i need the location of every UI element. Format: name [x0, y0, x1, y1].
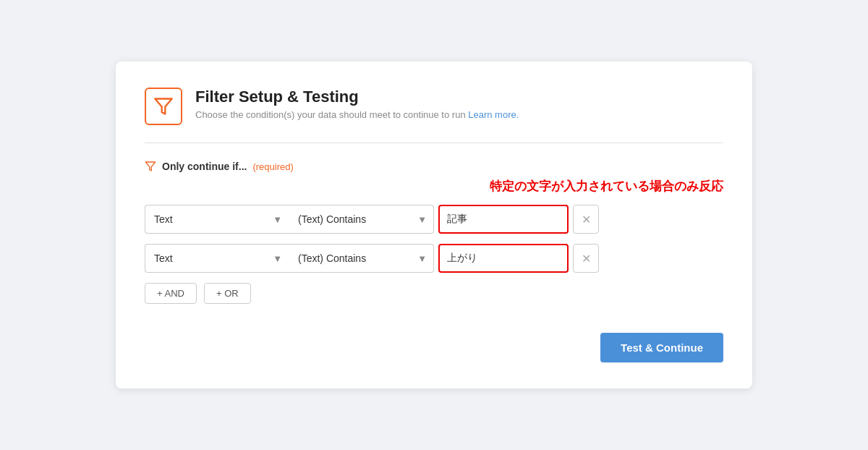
add-buttons-row: + AND + OR — [145, 283, 723, 304]
filter-row-1: Text Number Date ▼ (Text) Contains (Text… — [145, 205, 723, 234]
annotation-text: 特定の文字が入力されている場合のみ反応 — [145, 178, 723, 195]
field-select-2[interactable]: Text Number Date — [145, 244, 289, 273]
filter-icon — [153, 96, 174, 116]
svg-marker-0 — [155, 99, 171, 114]
filter-card: Filter Setup & Testing Choose the condit… — [116, 61, 752, 389]
add-or-button[interactable]: + OR — [204, 283, 251, 304]
delete-row-1-button[interactable]: ✕ — [573, 205, 599, 234]
condition-select-wrapper-1: (Text) Contains (Text) Does not Contain … — [289, 205, 434, 234]
add-and-button[interactable]: + AND — [145, 283, 197, 304]
divider — [145, 143, 723, 143]
field-select-wrapper-1: Text Number Date ▼ — [145, 205, 289, 234]
svg-marker-1 — [145, 162, 155, 171]
footer: Test & Continue — [145, 333, 723, 362]
filter-row-2: Text Number Date ▼ (Text) Contains (Text… — [145, 244, 723, 273]
page-subtitle: Choose the condition(s) your data should… — [195, 109, 519, 120]
condition-select-wrapper-2: (Text) Contains (Text) Does not Contain … — [289, 244, 434, 273]
field-select-wrapper-2: Text Number Date ▼ — [145, 244, 289, 273]
value-input-2[interactable] — [438, 244, 569, 273]
page-title: Filter Setup & Testing — [195, 88, 519, 106]
filter-icon-box — [145, 88, 182, 125]
header-section: Filter Setup & Testing Choose the condit… — [145, 88, 723, 125]
learn-more-link[interactable]: Learn more. — [468, 109, 519, 120]
delete-row-2-button[interactable]: ✕ — [573, 244, 599, 273]
section-label-row: Only continue if... (required) — [145, 161, 723, 172]
condition-select-2[interactable]: (Text) Contains (Text) Does not Contain … — [289, 244, 434, 273]
field-select-1[interactable]: Text Number Date — [145, 205, 289, 234]
required-badge: (required) — [252, 161, 293, 172]
header-text: Filter Setup & Testing Choose the condit… — [195, 88, 519, 120]
test-continue-button[interactable]: Test & Continue — [600, 333, 723, 362]
section-label-text: Only continue if... — [162, 161, 247, 172]
section-filter-icon — [145, 161, 156, 172]
condition-select-1[interactable]: (Text) Contains (Text) Does not Contain … — [289, 205, 434, 234]
value-input-1[interactable] — [438, 205, 569, 234]
